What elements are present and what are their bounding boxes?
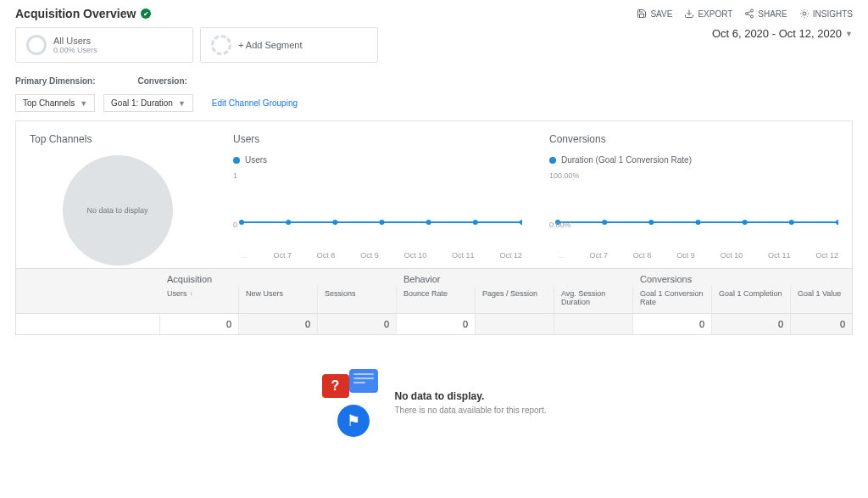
chat-bubble-icon xyxy=(349,369,378,393)
svg-line-5 xyxy=(748,11,751,13)
add-segment-label: + Add Segment xyxy=(238,40,303,50)
svg-point-14 xyxy=(520,220,522,225)
users-chart: 1 0 xyxy=(233,171,522,248)
header-actions: SAVE EXPORT SHARE INSIGHTS xyxy=(637,8,853,19)
add-segment-circle-icon xyxy=(211,35,231,55)
insights-button[interactable]: INSIGHTS xyxy=(799,8,853,19)
empty-subtitle: There is no data available for this repo… xyxy=(395,405,547,416)
export-icon xyxy=(684,8,694,19)
svg-point-19 xyxy=(696,220,701,225)
empty-state-illustration: ? ⚑ xyxy=(322,369,381,437)
users-x-axis: ... Oct 7 Oct 8 Oct 9 Oct 10 Oct 11 Oct … xyxy=(233,248,522,268)
svg-point-12 xyxy=(426,220,431,225)
chevron-down-icon: ▼ xyxy=(80,99,87,108)
group-acquisition: Acquisition xyxy=(160,269,397,286)
svg-point-2 xyxy=(746,13,748,15)
svg-point-3 xyxy=(751,15,754,18)
dimension-labels: Primary Dimension: Conversion: xyxy=(0,63,868,91)
sort-down-icon: ↓ xyxy=(190,289,193,297)
svg-point-20 xyxy=(743,220,748,225)
save-button[interactable]: SAVE xyxy=(637,8,672,19)
primary-dimension-label: Primary Dimension: xyxy=(15,76,95,86)
col-pages-session[interactable]: Pages / Session xyxy=(476,286,554,313)
svg-point-8 xyxy=(239,220,244,225)
chevron-down-icon: ▼ xyxy=(845,30,853,38)
conversions-title: Conversions xyxy=(549,133,838,145)
conversions-panel: Conversions Duration (Goal 1 Conversion … xyxy=(536,121,852,268)
segment-circle-icon xyxy=(26,35,47,55)
flag-circle-icon: ⚑ xyxy=(337,405,370,437)
add-segment-button[interactable]: + Add Segment xyxy=(200,27,378,63)
svg-point-11 xyxy=(380,220,385,225)
question-bubble-icon: ? xyxy=(322,374,349,398)
chart-panels: Top Channels No data to display Users Us… xyxy=(15,120,853,269)
conversions-x-axis: ... Oct 7 Oct 8 Oct 9 Oct 10 Oct 11 Oct … xyxy=(549,248,838,268)
conversions-line-chart xyxy=(549,171,838,231)
table-row: 0 0 0 0 0 0 0 xyxy=(15,314,853,335)
svg-point-10 xyxy=(332,220,337,225)
conversion-label: Conversion: xyxy=(137,76,186,86)
svg-line-4 xyxy=(748,14,751,16)
group-behavior: Behavior xyxy=(397,269,633,286)
donut-chart-empty: No data to display xyxy=(63,155,173,266)
segment-sub: 0.00% Users xyxy=(53,46,97,54)
segment-all-users[interactable]: All Users 0.00% Users xyxy=(15,27,193,63)
svg-point-13 xyxy=(473,220,478,225)
svg-point-1 xyxy=(751,9,754,12)
legend-dot-icon xyxy=(549,157,556,164)
export-button[interactable]: EXPORT xyxy=(684,8,732,19)
top-channels-title: Top Channels xyxy=(30,133,205,145)
legend-dot-icon xyxy=(233,157,240,164)
col-new-users[interactable]: New Users xyxy=(239,286,318,313)
edit-channel-grouping-link[interactable]: Edit Channel Grouping xyxy=(212,98,298,108)
subheader: All Users 0.00% Users + Add Segment Oct … xyxy=(0,24,868,63)
empty-title: No data to display. xyxy=(395,390,547,402)
conversion-dropdown[interactable]: Goal 1: Duration ▼ xyxy=(103,94,193,112)
conversions-chart: 100.00% 0.00% xyxy=(549,171,838,248)
date-range-picker[interactable]: Oct 6, 2020 - Oct 12, 2020 ▼ xyxy=(712,27,853,40)
page-header: Acquisition Overview ✔ SAVE EXPORT SHARE… xyxy=(0,0,868,24)
svg-point-22 xyxy=(836,220,838,225)
date-range-label: Oct 6, 2020 - Oct 12, 2020 xyxy=(712,27,842,40)
svg-point-17 xyxy=(602,220,607,225)
svg-point-6 xyxy=(803,12,806,15)
conversions-legend: Duration (Goal 1 Conversion Rate) xyxy=(549,155,838,165)
col-goal1-rate[interactable]: Goal 1 Conversion Rate xyxy=(633,286,712,313)
users-title: Users xyxy=(233,133,522,145)
page-title: Acquisition Overview xyxy=(15,7,136,20)
top-channels-panel: Top Channels No data to display xyxy=(16,121,220,268)
col-goal1-completion[interactable]: Goal 1 Completion xyxy=(712,286,791,313)
empty-state: ? ⚑ No data to display. There is no data… xyxy=(0,369,868,437)
col-bounce-rate[interactable]: Bounce Rate xyxy=(397,286,476,313)
svg-point-18 xyxy=(648,220,654,225)
verified-badge-icon: ✔ xyxy=(141,8,151,19)
col-goal1-value[interactable]: Goal 1 Value xyxy=(791,286,852,313)
primary-dimension-dropdown[interactable]: Top Channels ▼ xyxy=(15,94,95,112)
svg-point-21 xyxy=(789,220,794,225)
save-icon xyxy=(637,8,647,19)
col-avg-session[interactable]: Avg. Session Duration xyxy=(554,286,633,313)
share-button[interactable]: SHARE xyxy=(744,8,787,19)
share-icon xyxy=(744,8,754,19)
users-panel: Users Users 1 0 ... Oct 7 Oct 8 Oct 9 Oc… xyxy=(220,121,536,268)
svg-point-9 xyxy=(286,220,291,225)
group-conversions: Conversions xyxy=(633,269,852,286)
acquisition-table: Acquisition Behavior Conversions Users↓ … xyxy=(15,269,853,335)
users-line-chart xyxy=(233,171,522,231)
users-legend: Users xyxy=(233,155,522,165)
dropdown-row: Top Channels ▼ Goal 1: Duration ▼ Edit C… xyxy=(0,91,868,120)
col-users[interactable]: Users↓ xyxy=(160,286,239,313)
insights-icon xyxy=(799,8,810,19)
chevron-down-icon: ▼ xyxy=(178,99,186,108)
col-sessions[interactable]: Sessions xyxy=(318,286,397,313)
segment-title: All Users xyxy=(53,36,97,46)
